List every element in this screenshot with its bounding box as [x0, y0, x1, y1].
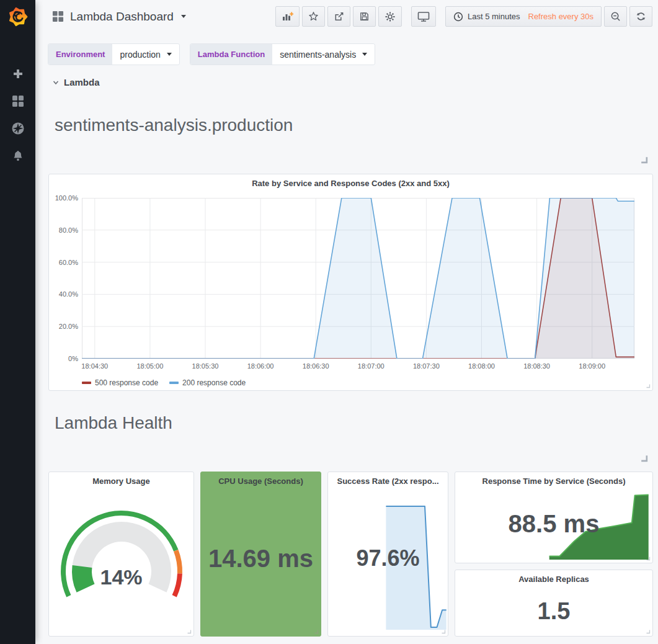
legend-series-label: 200 response code [182, 378, 246, 387]
y-axis-label: 100.0% [50, 194, 78, 202]
x-axis-label: 18:07:30 [406, 362, 447, 370]
section-title: sentiments-analysis.production [55, 115, 293, 135]
grafana-flame-icon [7, 6, 29, 27]
panel-rate-by-service: Rate by Service and Response Codes (2xx … [48, 174, 653, 391]
monitor-icon [417, 11, 430, 22]
environment-filter-value-text: production [120, 50, 160, 60]
clock-icon [453, 12, 463, 22]
compass-icon [11, 122, 25, 135]
chevron-down-icon [52, 79, 60, 86]
chevron-down-icon [362, 53, 367, 56]
panel-title[interactable]: Memory Usage [49, 476, 193, 486]
share-icon [334, 11, 344, 22]
x-axis-label: 18:05:00 [130, 362, 171, 370]
environment-filter: Environment production [48, 44, 179, 65]
dashboards-menu-item[interactable] [0, 91, 35, 112]
grafana-logo[interactable] [0, 0, 35, 34]
dashboards-icon [12, 95, 24, 107]
tv-mode-button[interactable] [411, 6, 436, 27]
add-panel-icon [282, 11, 293, 22]
panel-available-replicas: Available Replicas 1.5 [455, 570, 653, 637]
chevron-down-icon [167, 53, 172, 56]
environment-filter-label: Environment [48, 44, 112, 65]
zoom-out-icon [610, 11, 621, 22]
panel-resize-corner-icon[interactable] [645, 383, 651, 389]
time-range-label: Last 5 minutes [468, 12, 520, 21]
stat-value: 97.6% [328, 472, 448, 636]
alerting-menu-item[interactable] [0, 145, 35, 166]
legend-series-label: 500 response code [95, 378, 158, 387]
dashboard-settings-button[interactable] [378, 6, 402, 27]
plus-icon [12, 68, 24, 80]
create-menu-item[interactable] [0, 63, 35, 84]
save-dashboard-button[interactable] [353, 6, 376, 27]
refresh-dashboard-button[interactable] [629, 6, 652, 27]
legend-series-color [169, 382, 179, 384]
share-dashboard-button[interactable] [327, 6, 350, 27]
add-panel-button[interactable] [275, 6, 300, 27]
y-axis-label: 80.0% [50, 226, 78, 234]
gauge-value: 14% [49, 565, 193, 589]
chart-legend: 500 response code200 response code [82, 378, 246, 387]
panel-resize-corner-icon[interactable] [186, 628, 192, 635]
timeseries-plot[interactable] [82, 198, 634, 359]
refresh-icon [636, 11, 646, 22]
panel-success-rate: Success Rate (2xx respo... 97.6% [327, 472, 448, 637]
legend-item[interactable]: 200 response code [169, 378, 246, 387]
bell-icon [12, 150, 24, 162]
x-axis-label: 18:09:00 [572, 362, 613, 370]
chevron-down-icon [181, 15, 186, 18]
x-axis-label: 18:06:30 [295, 362, 336, 370]
environment-filter-value[interactable]: production [112, 44, 179, 65]
panel-memory-usage: Memory Usage 14% [48, 472, 194, 637]
y-axis-label: 0% [50, 355, 78, 362]
dashboard-toolbar: Last 5 minutes Refresh every 30s [273, 6, 652, 27]
x-axis-label: 18:05:30 [185, 362, 226, 370]
lambda-function-filter-value-text: sentiments-analysis [280, 50, 356, 60]
x-axis-label: 18:04:30 [74, 362, 115, 370]
row-title: Lambda [64, 77, 100, 87]
panel-response-time: Response Time by Service (Seconds) 88.5 … [455, 472, 653, 563]
panel-title[interactable]: Rate by Service and Response Codes (2xx … [49, 179, 652, 188]
stat-value: 14.69 ms [201, 472, 321, 636]
refresh-interval-label: Refresh every 30s [528, 12, 594, 21]
lambda-function-filter-label: Lambda Function [190, 44, 272, 65]
memory-gauge [53, 511, 190, 609]
row-resize-handle-icon[interactable] [640, 156, 648, 164]
lambda-function-filter-value[interactable]: sentiments-analysis [272, 44, 375, 65]
dashboard-submenu: Environment production Lambda Function s… [48, 44, 375, 65]
star-dashboard-button[interactable] [302, 6, 325, 27]
save-icon [359, 11, 370, 22]
y-axis-label: 40.0% [50, 290, 78, 298]
legend-item[interactable]: 500 response code [82, 378, 158, 387]
x-axis-label: 18:08:00 [461, 362, 502, 370]
row-toggle-lambda[interactable]: Lambda [52, 77, 100, 87]
x-axis-label: 18:06:00 [240, 362, 281, 370]
time-range-picker[interactable]: Last 5 minutes Refresh every 30s [445, 6, 602, 27]
x-axis-label: 18:07:00 [350, 362, 391, 370]
dashboard-title: Lambda Dashboard [70, 10, 174, 24]
gear-icon [385, 11, 396, 22]
lambda-function-filter: Lambda Function sentiments-analysis [190, 44, 375, 65]
stat-value: 1.5 [455, 570, 652, 636]
dashboard-squares-icon [52, 11, 64, 22]
dashboard-title-picker[interactable]: Lambda Dashboard [52, 10, 186, 24]
explore-menu-item[interactable] [0, 118, 35, 139]
x-axis-label: 18:08:30 [517, 362, 558, 370]
legend-series-color [82, 382, 91, 384]
y-axis-label: 60.0% [50, 259, 78, 266]
panel-cpu-usage: CPU Usage (Seconds) 14.69 ms [200, 472, 321, 637]
health-section-title: Lambda Health [55, 413, 172, 433]
zoom-out-button[interactable] [604, 6, 627, 27]
row-resize-handle-icon[interactable] [640, 454, 648, 462]
star-icon [308, 11, 319, 22]
left-rail [0, 0, 35, 644]
stat-value: 88.5 ms [455, 472, 652, 563]
y-axis-label: 20.0% [50, 323, 78, 330]
dashboard-header: Lambda Dashboard [35, 0, 658, 33]
